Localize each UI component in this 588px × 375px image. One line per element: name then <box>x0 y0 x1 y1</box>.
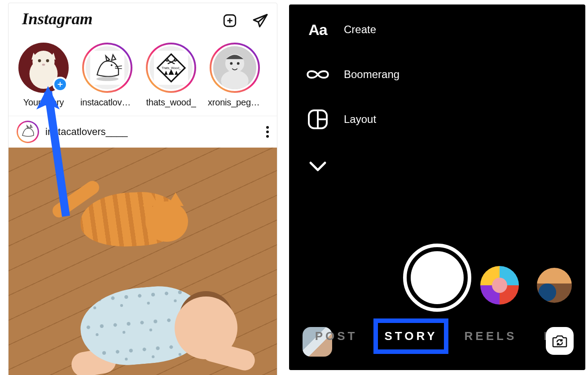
post-author-avatar[interactable] <box>17 121 39 143</box>
story-item[interactable]: instacatlovers… <box>80 43 134 108</box>
add-story-badge-icon <box>53 77 68 92</box>
svg-marker-36 <box>27 126 29 128</box>
capture-modes: POST STORY REELS LI <box>289 321 585 351</box>
story-label: instacatlovers… <box>80 97 134 108</box>
boomerang-icon <box>305 62 330 87</box>
svg-point-9 <box>38 59 41 62</box>
tool-label: Create <box>344 23 376 36</box>
story-label: Your Story <box>23 97 64 108</box>
feed-header: Instagram <box>9 3 277 38</box>
mode-story[interactable]: STORY <box>376 321 445 351</box>
story-item-your-story[interactable]: Your Story <box>17 43 70 108</box>
svg-line-19 <box>115 68 122 69</box>
post-image[interactable] <box>9 148 277 375</box>
svg-point-11 <box>42 64 45 65</box>
tool-label: Layout <box>344 113 376 126</box>
create-text-icon: Aa <box>305 17 330 42</box>
tools-expand[interactable] <box>305 154 399 179</box>
svg-point-35 <box>237 62 240 65</box>
svg-point-17 <box>110 64 112 66</box>
story-label: xronis_pegk_… <box>208 97 262 108</box>
mode-reels[interactable]: REELS <box>456 321 525 351</box>
tool-label: Boomerang <box>344 68 399 81</box>
story-label: thats_wood_ <box>146 97 196 108</box>
instagram-feed-screen: Instagram <box>8 3 277 375</box>
messages-icon[interactable] <box>252 12 269 29</box>
your-story-avatar <box>18 43 69 93</box>
new-post-icon[interactable] <box>221 12 238 29</box>
camera-tools: Aa Create Boomerang Layout <box>305 17 399 179</box>
svg-text:Instagram: Instagram <box>22 9 92 28</box>
tool-layout[interactable]: Layout <box>305 107 399 132</box>
tool-boomerang[interactable]: Boomerang <box>305 62 399 87</box>
shutter-button[interactable] <box>403 244 471 312</box>
post-header: instacatlovers____ <box>9 116 277 148</box>
post-username[interactable]: instacatlovers____ <box>45 126 127 138</box>
post-more-options-icon[interactable] <box>266 126 269 138</box>
svg-marker-37 <box>30 125 32 128</box>
effect-picker[interactable] <box>480 266 519 305</box>
mode-post[interactable]: POST <box>307 321 366 351</box>
tool-create[interactable]: Aa Create <box>305 17 399 42</box>
story-item[interactable]: Thats_Wood_ thats_wood_ <box>144 43 198 108</box>
svg-point-20 <box>96 77 118 81</box>
stories-strip: Your Story instacatlovers… <box>9 38 277 116</box>
story-camera-screen: Aa Create Boomerang Layout <box>289 4 585 370</box>
chevron-down-icon <box>305 154 330 179</box>
effect-preset-thumb[interactable] <box>537 268 572 303</box>
svg-point-6 <box>32 51 54 73</box>
camera-bottom-bar: POST STORY REELS LI <box>289 325 585 359</box>
svg-point-34 <box>230 62 233 65</box>
flip-camera-icon <box>551 333 568 349</box>
story-item[interactable]: xronis_pegk_… <box>208 43 262 108</box>
flip-camera-button[interactable] <box>546 327 574 355</box>
layout-icon <box>305 107 330 132</box>
instagram-logo: Instagram <box>17 9 106 32</box>
svg-point-10 <box>46 59 49 62</box>
